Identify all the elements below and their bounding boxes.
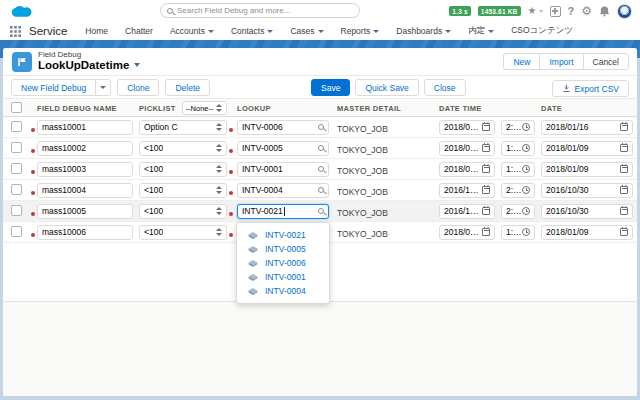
- lookup-dropdown-item[interactable]: INTV-0021: [237, 228, 329, 242]
- picklist-select[interactable]: <100: [139, 162, 227, 177]
- clock-icon[interactable]: [522, 165, 530, 173]
- calendar-icon[interactable]: [482, 207, 490, 215]
- row-checkbox[interactable]: [11, 142, 22, 153]
- save-button[interactable]: Save: [311, 79, 350, 96]
- datetime-time-input[interactable]: 2:00: [501, 120, 535, 135]
- date-input[interactable]: 2016/10/30: [541, 204, 633, 219]
- field-debug-name-input[interactable]: mass10003: [37, 162, 133, 177]
- search-icon[interactable]: [318, 166, 324, 172]
- nav-tab-cso-contents[interactable]: CSOコンテンツ: [511, 25, 573, 37]
- calendar-icon[interactable]: [620, 207, 628, 215]
- datetime-time-input[interactable]: 1:00: [501, 225, 535, 240]
- lookup-dropdown-item[interactable]: INTV-0005: [237, 242, 329, 256]
- cancel-button[interactable]: Cancel: [583, 53, 629, 70]
- clock-icon[interactable]: [522, 123, 530, 131]
- picklist-select[interactable]: <100: [139, 225, 227, 240]
- nav-tab-home[interactable]: Home: [85, 26, 108, 36]
- clock-icon[interactable]: [522, 207, 530, 215]
- field-debug-name-input[interactable]: mass10006: [37, 225, 133, 240]
- datetime-date-input[interactable]: 2018/01/24: [439, 225, 495, 240]
- picklist-select[interactable]: Option C: [139, 120, 227, 135]
- datetime-date-input[interactable]: 2018/01/23: [439, 120, 495, 135]
- field-debug-name-input[interactable]: mass10005: [37, 204, 133, 219]
- calendar-icon[interactable]: [482, 165, 490, 173]
- nav-tab-reports[interactable]: Reports: [341, 26, 380, 36]
- lookup-input-focused[interactable]: INTV-0021: [237, 204, 329, 219]
- favorites-star-icon[interactable]: ★: [528, 6, 537, 16]
- date-input[interactable]: 2018/01/09: [541, 225, 633, 240]
- calendar-icon[interactable]: [482, 123, 490, 131]
- clock-icon[interactable]: [522, 144, 530, 152]
- calendar-icon[interactable]: [620, 144, 628, 152]
- nav-tab-naitei[interactable]: 内定: [468, 25, 494, 37]
- global-actions-plus-icon[interactable]: [550, 6, 561, 17]
- datetime-date-input[interactable]: 2018/01/24: [439, 162, 495, 177]
- search-icon[interactable]: [318, 145, 324, 151]
- close-button[interactable]: Close: [424, 79, 466, 96]
- search-icon[interactable]: [318, 124, 324, 130]
- date-input[interactable]: 2018/01/16: [541, 120, 633, 135]
- nav-tab-contacts[interactable]: Contacts: [231, 26, 274, 36]
- date-input[interactable]: 2016/10/30: [541, 183, 633, 198]
- export-csv-button[interactable]: Export CSV: [552, 80, 629, 97]
- import-button[interactable]: Import: [539, 53, 582, 70]
- new-button[interactable]: New: [503, 53, 539, 70]
- row-checkbox[interactable]: [11, 205, 22, 216]
- clock-icon[interactable]: [522, 186, 530, 194]
- calendar-icon[interactable]: [620, 165, 628, 173]
- notifications-bell-icon[interactable]: [599, 5, 610, 17]
- row-checkbox[interactable]: [11, 121, 22, 132]
- delete-button[interactable]: Delete: [165, 79, 210, 96]
- field-debug-name-input[interactable]: mass10001: [37, 120, 133, 135]
- favorites-caret-icon[interactable]: ▾: [539, 8, 542, 14]
- lookup-dropdown-item[interactable]: INTV-0006: [237, 256, 329, 270]
- user-avatar[interactable]: [617, 4, 632, 19]
- nav-tab-chatter[interactable]: Chatter: [125, 26, 153, 36]
- calendar-icon[interactable]: [482, 144, 490, 152]
- field-debug-name-input[interactable]: mass10004: [37, 183, 133, 198]
- row-checkbox[interactable]: [11, 184, 22, 195]
- search-icon[interactable]: [318, 208, 324, 214]
- picklist-select[interactable]: <100: [139, 204, 227, 219]
- global-search-input[interactable]: [177, 6, 353, 15]
- app-launcher-waffle-icon[interactable]: [10, 26, 21, 37]
- lookup-input[interactable]: INTV-0004: [237, 183, 329, 198]
- field-debug-name-input[interactable]: mass10002: [37, 141, 133, 156]
- clone-button[interactable]: Clone: [117, 79, 159, 96]
- lookup-dropdown-item[interactable]: INTV-0004: [237, 284, 329, 298]
- quick-save-button[interactable]: Quick Save: [355, 79, 418, 96]
- calendar-icon[interactable]: [482, 228, 490, 236]
- datetime-date-input[interactable]: 2016/10/30: [439, 183, 495, 198]
- new-field-debug-caret-button[interactable]: [95, 79, 111, 96]
- lookup-input[interactable]: INTV-0006: [237, 120, 329, 135]
- date-input[interactable]: 2018/01/09: [541, 162, 633, 177]
- setup-gear-icon[interactable]: ⚙: [581, 5, 592, 17]
- row-checkbox[interactable]: [11, 163, 22, 174]
- lookup-input[interactable]: INTV-0001: [237, 162, 329, 177]
- search-icon[interactable]: [318, 187, 324, 193]
- nav-tab-accounts[interactable]: Accounts: [170, 26, 214, 36]
- calendar-icon[interactable]: [620, 228, 628, 236]
- picklist-filter-select[interactable]: --None--: [182, 101, 227, 115]
- datetime-date-input[interactable]: 2018/01/24: [439, 141, 495, 156]
- picklist-select[interactable]: <100: [139, 183, 227, 198]
- date-input[interactable]: 2018/01/09: [541, 141, 633, 156]
- calendar-icon[interactable]: [482, 186, 490, 194]
- calendar-icon[interactable]: [620, 186, 628, 194]
- nav-tab-dashboards[interactable]: Dashboards: [396, 26, 451, 36]
- chevron-down-icon[interactable]: [134, 63, 140, 67]
- datetime-date-input[interactable]: 2016/10/30: [439, 204, 495, 219]
- nav-tab-cases[interactable]: Cases: [290, 26, 323, 36]
- help-icon[interactable]: ?: [568, 6, 575, 17]
- select-all-checkbox[interactable]: [11, 102, 22, 113]
- datetime-time-input[interactable]: 2:00: [501, 204, 535, 219]
- datetime-time-input[interactable]: 1:00: [501, 162, 535, 177]
- datetime-time-input[interactable]: 2:00: [501, 183, 535, 198]
- row-checkbox[interactable]: [11, 226, 22, 237]
- clock-icon[interactable]: [522, 228, 530, 236]
- picklist-select[interactable]: <100: [139, 141, 227, 156]
- datetime-time-input[interactable]: 1:00: [501, 141, 535, 156]
- lookup-dropdown-item[interactable]: INTV-0001: [237, 270, 329, 284]
- calendar-icon[interactable]: [620, 123, 628, 131]
- new-field-debug-button[interactable]: New Field Debug: [11, 79, 96, 96]
